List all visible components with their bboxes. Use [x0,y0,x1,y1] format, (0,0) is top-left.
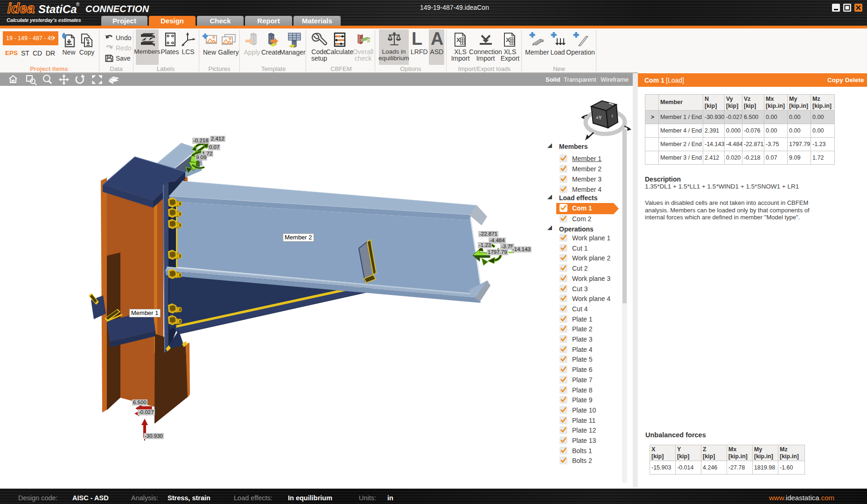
svg-text:z: z [611,113,613,118]
svg-text:X: X [456,36,461,43]
svg-text:+Y: +Y [596,115,602,120]
svg-text:X: X [506,36,510,43]
